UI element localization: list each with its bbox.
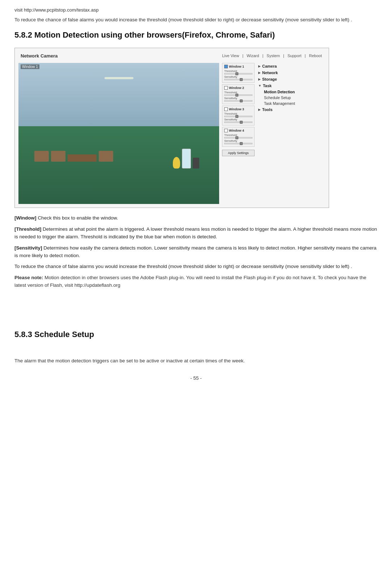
- camera-brand: Network Camera: [21, 53, 58, 59]
- page-number: - 55 -: [14, 375, 378, 381]
- window-3-threshold-slider[interactable]: [224, 116, 252, 117]
- menu-tools-label: Tools: [262, 107, 273, 112]
- window-1-sensitivity-label: Sensitivity: [224, 75, 252, 78]
- desc-threshold-term: [Threshold]: [14, 226, 41, 232]
- menu-storage-arrow: ▶: [258, 77, 261, 81]
- right-menu-panel: ▶ Camera ▶ Network ▶ Storage ▼ Task Moti…: [257, 63, 315, 204]
- window-4-checkbox[interactable]: [224, 129, 228, 132]
- window-3-sensitivity-thumb[interactable]: [240, 121, 243, 124]
- note-block: Please note: Motion detection in other b…: [14, 274, 378, 289]
- window-3-ctrl: Window 3 Threshold Sensitivity: [222, 106, 255, 125]
- menu-network[interactable]: ▶ Network: [257, 69, 315, 76]
- menu-storage[interactable]: ▶ Storage: [257, 76, 315, 82]
- menu-camera-arrow: ▶: [258, 64, 261, 68]
- window-2-sensitivity-thumb[interactable]: [240, 99, 243, 102]
- window-2-sensitivity-label: Sensitivity: [224, 97, 252, 100]
- window-2-ctrl: Window 2 Threshold Sensitivity: [222, 84, 255, 104]
- desc-window-term: [Window]: [14, 215, 37, 221]
- footer-text: The alarm that the motion detection trig…: [14, 357, 378, 365]
- nav-separator-1: |: [242, 54, 244, 58]
- menu-network-arrow: ▶: [258, 71, 261, 74]
- spacer-2: [14, 346, 378, 357]
- scene-light: [105, 77, 133, 79]
- window-1-sensitivity-slider[interactable]: [224, 79, 252, 80]
- section-582-heading: 5.8.2 Motion Detection using other brows…: [14, 30, 378, 41]
- note-text: Motion detection in other browsers uses …: [14, 275, 366, 288]
- windows-panel: Window 1 Threshold Sensitivity Window 2 …: [222, 63, 255, 204]
- window-3-label: Window 3: [229, 107, 244, 111]
- menu-tools[interactable]: ▶ Tools: [257, 106, 315, 113]
- desc-threshold-text: Determines at what point the alarm is tr…: [14, 226, 377, 239]
- nav-support[interactable]: Support: [287, 54, 302, 58]
- window-4-threshold-label: Threshold: [224, 133, 252, 137]
- window-1-label: Window 1: [229, 65, 244, 68]
- camera-ui-title-bar: Network Camera Live View | Wizard | Syst…: [18, 52, 325, 60]
- feed-window-label: Window 1: [21, 64, 39, 69]
- menu-tools-arrow: ▶: [258, 108, 261, 111]
- desc-window-text: Check this box to enable the window.: [38, 215, 118, 221]
- desc-threshold: [Threshold] Determines at what point the…: [14, 226, 378, 241]
- section-583-heading: 5.8.3 Schedule Setup: [14, 330, 378, 339]
- window-3-checkbox[interactable]: [224, 107, 228, 111]
- window-3-threshold-label: Threshold: [224, 112, 252, 115]
- menu-camera[interactable]: ▶ Camera: [257, 63, 315, 69]
- window-4-sensitivity-label: Sensitivity: [224, 139, 252, 142]
- window-2-threshold-slider[interactable]: [224, 94, 252, 96]
- nav-wizard[interactable]: Wizard: [247, 54, 259, 58]
- window-4-header: Window 4: [224, 129, 252, 132]
- menu-task[interactable]: ▼ Task: [257, 82, 315, 89]
- window-3-header: Window 3: [224, 107, 252, 111]
- window-2-threshold-thumb[interactable]: [235, 94, 238, 97]
- window-2-threshold-label: Threshold: [224, 91, 252, 94]
- desc-window: [Window] Check this box to enable the wi…: [14, 214, 378, 222]
- window-2-label: Window 2: [229, 86, 244, 90]
- scene-trash: [193, 158, 199, 169]
- window-1-checkbox[interactable]: [224, 65, 228, 68]
- scene-chair-1: [34, 151, 49, 162]
- spacer-1: [14, 294, 378, 315]
- apply-settings-button[interactable]: Apply Settings: [222, 150, 255, 156]
- camera-ui-screenshot: Network Camera Live View | Wizard | Syst…: [14, 48, 329, 208]
- menu-task-label: Task: [263, 84, 272, 88]
- menu-storage-label: Storage: [262, 77, 277, 81]
- scene-chair-2: [51, 151, 65, 162]
- nav-live-view[interactable]: Live View: [222, 54, 239, 58]
- window-4-threshold-thumb[interactable]: [235, 136, 238, 139]
- menu-network-label: Network: [262, 71, 278, 75]
- window-2-header: Window 2: [224, 86, 252, 90]
- camera-ui-body: Window 1 Window 1 Threshold Sensitivity: [18, 63, 325, 204]
- window-3-sensitivity-label: Sensitivity: [224, 118, 252, 121]
- desc-sensitivity-term: [Sensitivity]: [14, 245, 42, 251]
- window-2-sensitivity-slider[interactable]: [224, 100, 252, 102]
- note-term: Please note:: [14, 275, 43, 280]
- window-4-ctrl: Window 4 Threshold Sensitivity: [222, 127, 255, 147]
- scene-bear: [173, 157, 180, 169]
- window-1-sensitivity-thumb[interactable]: [240, 78, 243, 81]
- window-3-threshold-thumb[interactable]: [235, 115, 238, 118]
- window-1-threshold-thumb[interactable]: [235, 72, 238, 75]
- window-3-sensitivity-slider[interactable]: [224, 122, 252, 123]
- window-4-threshold-slider[interactable]: [224, 137, 252, 139]
- window-1-threshold-label: Threshold: [224, 69, 252, 73]
- window-4-sensitivity-thumb[interactable]: [240, 142, 243, 145]
- submenu-task-management[interactable]: Task Management: [264, 101, 315, 106]
- menu-task-arrow: ▼: [258, 84, 261, 88]
- scene-dispenser: [182, 149, 191, 169]
- scene-ceiling: [18, 63, 219, 127]
- camera-scene: [18, 63, 219, 204]
- camera-nav: Live View | Wizard | System | Support | …: [221, 54, 323, 58]
- scene-chair-3: [99, 151, 113, 162]
- window-2-checkbox[interactable]: [224, 86, 228, 90]
- window-1-ctrl: Window 1 Threshold Sensitivity: [222, 63, 255, 83]
- nav-separator-4: |: [305, 54, 307, 58]
- submenu-motion-detection[interactable]: Motion Detection: [264, 89, 315, 95]
- window-1-threshold-slider[interactable]: [224, 73, 252, 74]
- window-4-sensitivity-slider[interactable]: [224, 143, 252, 144]
- intro-text: To reduce the chance of false alarms you…: [14, 16, 378, 24]
- submenu-schedule-setup[interactable]: Schedule Setup: [264, 95, 315, 101]
- window-1-header: Window 1: [224, 65, 252, 68]
- nav-reboot[interactable]: Reboot: [309, 54, 322, 58]
- scene-table: [68, 154, 97, 162]
- window-4-label: Window 4: [229, 129, 244, 132]
- nav-system[interactable]: System: [267, 54, 280, 58]
